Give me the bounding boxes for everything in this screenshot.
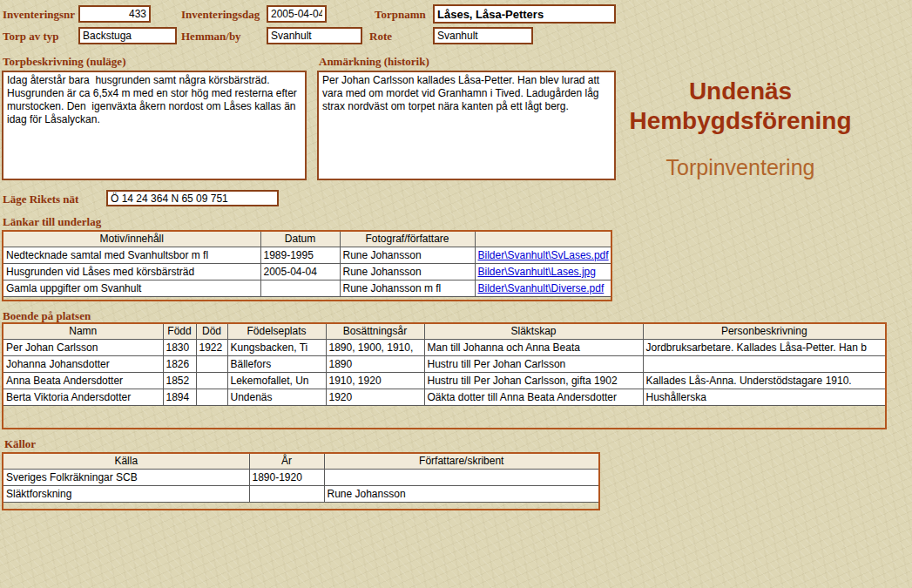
table-row: Johanna Johansdotter 1826 Bällefors 1890… <box>3 355 885 372</box>
boende-slaktskap: Hustru till Per Johan Carlsson <box>424 355 643 372</box>
table-row: Anna Beata Andersdotter 1852 Lekemofalle… <box>3 372 885 389</box>
links-col-fotograf: Fotograf/författare <box>340 232 475 247</box>
boende-personbeskrivning: Kallades Lås-Anna. Understödstagare 1910… <box>643 372 885 389</box>
file-link[interactable]: Bilder\Svanhult\SvLases.pdf <box>478 249 609 261</box>
link-datum: 2005-04-04 <box>260 263 340 280</box>
kallor-section-heading: Källor <box>4 437 36 451</box>
boende-namn: Anna Beata Andersdotter <box>3 372 163 389</box>
boende-namn: Johanna Johansdotter <box>3 355 163 372</box>
links-header-row: Motiv/innehåll Datum Fotograf/författare <box>3 232 611 247</box>
kallor-ar <box>249 485 324 502</box>
boende-personbeskrivning: Jordbruksarbetare. Kallades Låsa-Petter.… <box>643 339 885 355</box>
table-row: Släktforskning Rune Johansson <box>3 485 598 502</box>
kallor-forfattare <box>324 469 598 485</box>
links-table: Motiv/innehåll Datum Fotograf/författare… <box>2 230 612 301</box>
boende-dod <box>196 372 227 389</box>
boende-dod: 1922 <box>196 339 227 355</box>
torpnamn-label: Torpnamn <box>375 8 426 22</box>
page-title: Torpinventering <box>597 155 884 180</box>
boende-col-dod: Död <box>196 324 227 339</box>
table-row: Nedtecknade samtal med Svanhultsbor m fl… <box>3 247 611 263</box>
boende-slaktskap: Man till Johanna och Anna Beata <box>424 339 643 355</box>
torpnamn-input[interactable] <box>433 4 616 24</box>
kallor-forfattare: Rune Johansson <box>324 485 598 502</box>
kallor-kalla: Sveriges Folkräkningar SCB <box>3 469 249 485</box>
boende-slaktskap: Hustru till Per Johan Carlsson, gifta 19… <box>424 372 643 389</box>
boende-col-bosattningsar: Bosättningsår <box>326 324 424 339</box>
boende-bosattningsar: 1890, 1900, 1910, <box>326 339 424 355</box>
boende-slaktskap: Oäkta dotter till Anna Beata Andersdotte… <box>424 389 643 405</box>
file-link[interactable]: Bilder\Svanhult\Lases.jpg <box>478 266 596 278</box>
boende-bosattningsar: 1910, 1920 <box>326 372 424 389</box>
link-fotograf: Rune Johansson <box>340 263 475 280</box>
anmarkning-label: Anmärkning (historik) <box>319 55 429 69</box>
kallor-table: Källa År Författare/skribent Sveriges Fo… <box>2 452 600 510</box>
table-row: Per Johan Carlsson 1830 1922 Kungsbacken… <box>3 339 885 355</box>
lage-input[interactable] <box>106 190 279 206</box>
torpbeskrivning-textarea[interactable]: Idag återstår bara husgrunden samt några… <box>2 71 307 180</box>
links-col-link <box>475 232 611 247</box>
boende-personbeskrivning: Hushållerska <box>643 389 885 405</box>
inventeringsdag-input[interactable] <box>267 5 327 23</box>
inventeringsdag-label: Inventeringsdag <box>181 8 260 22</box>
kallor-ar: 1890-1920 <box>249 469 324 485</box>
boende-col-namn: Namn <box>3 324 163 339</box>
boende-fodelseplats: Undenäs <box>227 389 326 405</box>
kallor-col-forfattare: Författare/skribent <box>324 454 598 469</box>
boende-namn: Per Johan Carlsson <box>3 339 163 355</box>
link-datum <box>260 280 340 296</box>
boende-fodd: 1830 <box>163 339 196 355</box>
rote-label: Rote <box>369 30 392 44</box>
anmarkning-textarea[interactable]: Per Johan Carlsson kallades Låsa-Petter.… <box>317 71 616 180</box>
link-fotograf: Rune Johansson m fl <box>340 280 475 296</box>
kallor-header-row: Källa År Författare/skribent <box>3 454 598 469</box>
link-motiv: Nedtecknade samtal med Svanhultsbor m fl <box>3 247 260 263</box>
boende-section-heading: Boende på platsen <box>3 309 91 323</box>
kallor-col-ar: År <box>249 454 324 469</box>
table-row: Husgrunden vid Låses med körsbärsträd 20… <box>3 263 611 280</box>
links-col-motiv: Motiv/innehåll <box>3 232 260 247</box>
torpinventering-form: { "title": { "line1": "Undenäs", "line2"… <box>0 0 912 588</box>
boende-namn: Berta Viktoria Andersdotter <box>3 389 163 405</box>
link-cell: Bilder\Svanhult\Lases.jpg <box>475 263 611 280</box>
boende-fodd: 1894 <box>163 389 196 405</box>
boende-bosattningsar: 1920 <box>326 389 424 405</box>
boende-col-personbeskrivning: Personbeskrivning <box>643 324 885 339</box>
kallor-col-kalla: Källa <box>3 454 249 469</box>
boende-personbeskrivning <box>643 355 885 372</box>
boende-fodelseplats: Lekemofallet, Un <box>227 372 326 389</box>
org-title-block: Undenäs Hembygdsförening Torpinventering <box>597 77 884 180</box>
boende-col-fodelseplats: Födelseplats <box>227 324 326 339</box>
inventeringsnr-input[interactable] <box>78 5 151 23</box>
boende-header-row: Namn Född Död Födelseplats Bosättningsår… <box>3 324 885 339</box>
file-link[interactable]: Bilder\Svanhult\Diverse.pdf <box>478 282 605 294</box>
lage-label: Läge Rikets nät <box>3 193 78 206</box>
kallor-kalla: Släktforskning <box>3 485 249 502</box>
links-col-datum: Datum <box>260 232 340 247</box>
link-cell: Bilder\Svanhult\SvLases.pdf <box>475 247 611 263</box>
boende-fodd: 1826 <box>163 355 196 372</box>
hemman-by-input[interactable] <box>267 27 362 44</box>
org-title-line2: Hembygdsförening <box>597 106 884 136</box>
boende-dod <box>196 355 227 372</box>
link-datum: 1989-1995 <box>260 247 340 263</box>
boende-col-slaktskap: Släktskap <box>424 324 643 339</box>
boende-bosattningsar: 1890 <box>326 355 424 372</box>
boende-fodelseplats: Bällefors <box>227 355 326 372</box>
link-cell: Bilder\Svanhult\Diverse.pdf <box>475 280 611 296</box>
boende-col-fodd: Född <box>163 324 196 339</box>
rote-input[interactable] <box>433 27 533 44</box>
torpbeskrivning-label: Torpbeskrivning (nuläge) <box>3 55 125 69</box>
hemman-by-label: Hemman/by <box>181 30 241 44</box>
table-row: Sveriges Folkräkningar SCB 1890-1920 <box>3 469 598 485</box>
link-motiv: Husgrunden vid Låses med körsbärsträd <box>3 263 260 280</box>
org-title-line1: Undenäs <box>597 77 884 106</box>
torp-av-typ-input[interactable] <box>78 27 177 44</box>
boende-fodd: 1852 <box>163 372 196 389</box>
boende-dod <box>196 389 227 405</box>
link-motiv: Gamla uppgifter om Svanhult <box>3 280 260 296</box>
torp-av-typ-label: Torp av typ <box>3 30 59 44</box>
table-row: Berta Viktoria Andersdotter 1894 Undenäs… <box>3 389 885 405</box>
link-fotograf: Rune Johansson <box>340 247 475 263</box>
links-section-heading: Länkar till underlag <box>3 215 101 229</box>
